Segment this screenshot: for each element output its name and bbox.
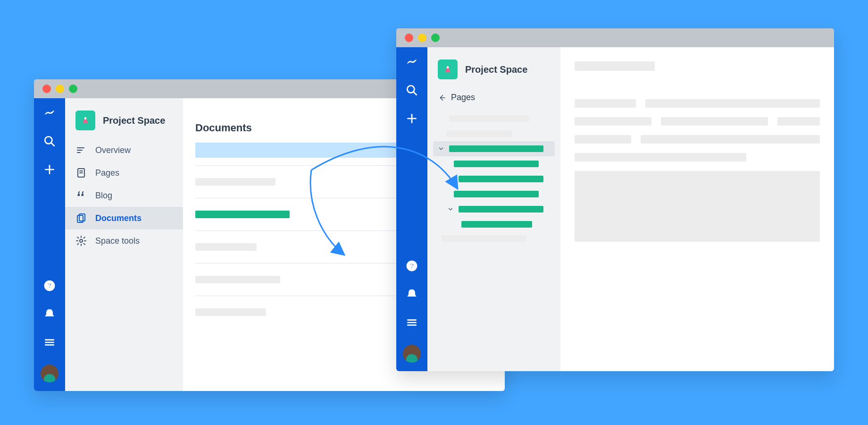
window-chrome xyxy=(396,28,834,47)
profile-avatar[interactable] xyxy=(403,345,421,363)
nav-documents[interactable]: Documents xyxy=(65,207,183,230)
chevron-down-icon[interactable] xyxy=(437,144,445,153)
zoom-icon[interactable] xyxy=(431,34,440,42)
nav-label: Documents xyxy=(95,213,142,223)
nav-blog[interactable]: Blog xyxy=(65,184,183,207)
nav-overview[interactable]: Overview xyxy=(65,139,183,162)
search-icon[interactable] xyxy=(406,84,418,98)
space-header[interactable]: Project Space xyxy=(427,57,560,88)
space-header[interactable]: Project Space xyxy=(65,108,183,139)
create-icon[interactable] xyxy=(406,112,418,127)
notifications-icon[interactable] xyxy=(406,288,418,302)
space-sidebar: Project Space Pages xyxy=(427,47,560,371)
svg-point-18 xyxy=(80,239,83,242)
space-icon xyxy=(438,60,458,79)
window-pages: ? Project Space Pages xyxy=(396,28,834,371)
svg-point-34 xyxy=(447,66,449,68)
chevron-right-icon[interactable] xyxy=(446,175,455,183)
nav-space-tools[interactable]: Space tools xyxy=(65,230,183,252)
tree-item[interactable] xyxy=(433,171,555,187)
menu-icon[interactable] xyxy=(43,336,56,350)
create-icon[interactable] xyxy=(43,163,56,178)
app-logo-icon[interactable] xyxy=(406,56,418,70)
content-block-placeholder xyxy=(575,171,820,242)
table-col-name[interactable] xyxy=(195,143,431,158)
space-sidebar: Project Space Overview Pages Blog Docume… xyxy=(65,98,183,391)
nav-label: Space tools xyxy=(95,236,140,246)
tree-item-selected[interactable] xyxy=(433,141,555,156)
space-title: Project Space xyxy=(465,64,527,75)
space-title: Project Space xyxy=(103,115,165,126)
space-icon xyxy=(75,110,95,130)
chevron-down-icon[interactable] xyxy=(446,205,455,213)
page-tree xyxy=(427,110,560,255)
tree-item[interactable] xyxy=(433,202,555,217)
svg-line-1 xyxy=(51,143,54,146)
arrow-left-icon xyxy=(438,94,446,102)
search-icon[interactable] xyxy=(43,135,56,149)
zoom-icon[interactable] xyxy=(69,85,77,93)
nav-label: Overview xyxy=(95,145,131,155)
breadcrumb-back[interactable]: Pages xyxy=(427,88,560,110)
tree-item[interactable] xyxy=(433,232,555,245)
nav-label: Pages xyxy=(95,168,119,178)
app-logo-icon[interactable] xyxy=(43,107,56,121)
minimize-icon[interactable] xyxy=(418,34,426,42)
help-icon[interactable]: ? xyxy=(406,260,418,274)
minimize-icon[interactable] xyxy=(56,85,64,93)
svg-text:?: ? xyxy=(47,281,51,289)
global-rail: ? xyxy=(396,47,427,371)
profile-avatar[interactable] xyxy=(41,365,58,382)
svg-point-9 xyxy=(84,117,87,119)
tree-item[interactable] xyxy=(433,111,555,126)
svg-line-26 xyxy=(413,92,417,95)
page-content xyxy=(560,47,834,371)
tree-item[interactable] xyxy=(433,218,555,231)
nav-label: Blog xyxy=(95,191,112,201)
global-rail: ? xyxy=(34,98,65,391)
close-icon[interactable] xyxy=(42,85,51,93)
tree-item[interactable] xyxy=(433,187,555,201)
help-icon[interactable]: ? xyxy=(43,280,56,294)
tree-item[interactable] xyxy=(433,127,555,140)
close-icon[interactable] xyxy=(405,34,413,42)
tree-item[interactable] xyxy=(433,157,555,170)
notifications-icon[interactable] xyxy=(43,308,56,322)
content-title-placeholder xyxy=(575,61,655,71)
nav-pages[interactable]: Pages xyxy=(65,162,183,184)
breadcrumb-label: Pages xyxy=(451,93,475,102)
svg-text:?: ? xyxy=(409,262,414,270)
menu-icon[interactable] xyxy=(406,316,418,331)
